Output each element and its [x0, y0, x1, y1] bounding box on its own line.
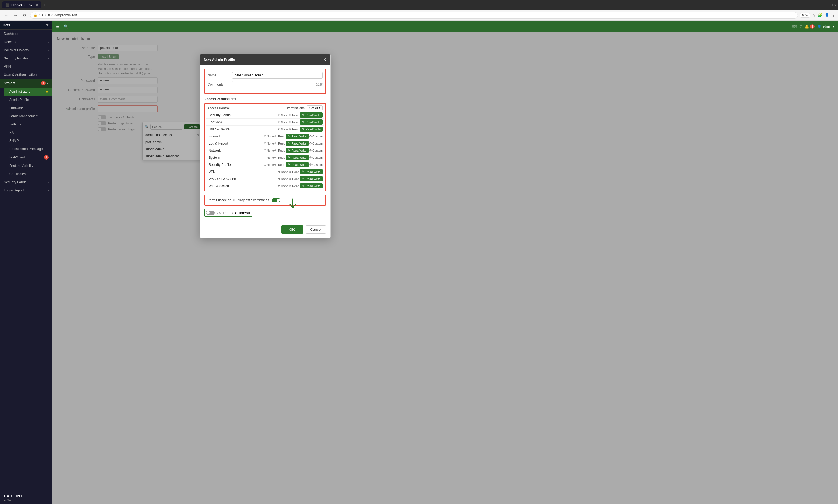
comments-textarea[interactable]: [232, 81, 313, 88]
zoom-badge: 90%: [800, 13, 810, 18]
sidebar-item-log-report[interactable]: Log & Report ›: [0, 186, 52, 195]
btn-rw-wan-opt[interactable]: ✎ Read/Write: [300, 176, 323, 181]
btn-none-fortiview[interactable]: ⊘ None: [278, 120, 288, 124]
extensions-icon[interactable]: 🧩: [818, 13, 822, 17]
btn-rw-wifi-switch[interactable]: ✎ Read/Write: [300, 183, 323, 188]
bookmark-icon[interactable]: ☆: [812, 13, 816, 17]
comments-row: Comments 0/255: [208, 81, 323, 88]
name-row: Name: [208, 72, 323, 78]
btn-read-user-device[interactable]: 👁 Read: [289, 128, 299, 131]
forward-button[interactable]: →: [12, 12, 19, 19]
sidebar-item-fabric-mgmt[interactable]: Fabric Management: [4, 112, 52, 120]
btn-read-log-report[interactable]: 👁 Read: [274, 142, 285, 145]
btn-read-wifi-switch[interactable]: 👁 Read: [289, 184, 299, 187]
menu-icon[interactable]: ⋮: [832, 13, 835, 17]
row-label: WiFi & Switch: [208, 184, 229, 188]
btn-rw-fortiview[interactable]: ✎ Read/Write: [300, 120, 323, 125]
url-bar[interactable]: 🔒 105.0.0.254/ng/admin/edit: [30, 12, 798, 19]
btn-none-network[interactable]: ⊘ None: [264, 149, 274, 152]
sidebar-item-label: HA: [9, 131, 14, 134]
sidebar-item-replacement-messages[interactable]: Replacement Messages: [4, 145, 52, 153]
btn-none-log-report[interactable]: ⊘ None: [264, 142, 274, 145]
sidebar-item-settings[interactable]: Settings: [4, 120, 52, 128]
btn-none-security-fabric[interactable]: ⊘ None: [278, 113, 288, 117]
sidebar-item-label: Fabric Management: [9, 114, 38, 118]
btn-rw-system[interactable]: ✎ Read/Write: [286, 155, 308, 160]
sidebar-item-certificates[interactable]: Certificates: [4, 170, 52, 178]
btn-read-security-profile[interactable]: 👁 Read: [274, 163, 285, 166]
btn-custom-log-report[interactable]: ⚙ Custom: [309, 142, 323, 145]
sidebar-item-snmp[interactable]: SNMP: [4, 137, 52, 145]
btn-read-system[interactable]: 👁 Read: [274, 156, 285, 159]
btn-rw-security-fabric[interactable]: ✎ Read/Write: [300, 112, 323, 118]
btn-custom-firewall[interactable]: ⚙ Custom: [309, 134, 323, 138]
sidebar-item-ha[interactable]: HA: [4, 128, 52, 137]
table-row-user-device: User & Device ⊘ None 👁 Read ✎ Read/Write: [207, 126, 324, 133]
btn-rw-network[interactable]: ✎ Read/Write: [286, 148, 308, 153]
sidebar-item-policy[interactable]: Policy & Objects ›: [0, 46, 52, 54]
btn-rw-security-profile[interactable]: ✎ Read/Write: [286, 162, 308, 167]
back-button[interactable]: ←: [3, 12, 10, 19]
profile-icon[interactable]: 👤: [825, 13, 829, 17]
btn-rw-vpn[interactable]: ✎ Read/Write: [300, 169, 323, 174]
refresh-button[interactable]: ↻: [21, 12, 28, 19]
user-menu[interactable]: 👤 admin ▾: [817, 24, 834, 29]
btn-read-fortiview[interactable]: 👁 Read: [289, 121, 299, 124]
sidebar-expand-icon[interactable]: ▼: [45, 23, 49, 27]
tab-close-icon[interactable]: ✕: [36, 3, 38, 7]
btn-read-security-fabric[interactable]: 👁 Read: [289, 113, 299, 117]
sidebar-item-vpn[interactable]: VPN ›: [0, 62, 52, 71]
sidebar-item-dashboard[interactable]: Dashboard ›: [0, 30, 52, 38]
set-all-button[interactable]: Set All ▾: [307, 105, 323, 110]
tab-add-icon[interactable]: +: [43, 2, 46, 7]
sidebar-item-feature-visibility[interactable]: Feature Visibility: [4, 162, 52, 170]
sidebar-item-label: Security Fabric: [4, 180, 26, 184]
btn-read-vpn[interactable]: 👁 Read: [289, 170, 299, 174]
btn-custom-network[interactable]: ⚙ Custom: [309, 149, 323, 152]
btn-rw-log-report[interactable]: ✎ Read/Write: [286, 141, 308, 146]
btn-custom-system[interactable]: ⚙ Custom: [309, 156, 323, 159]
override-toggle[interactable]: [206, 211, 215, 215]
permissions-table-header: Access Control Permissions Set All ▾: [207, 105, 324, 110]
btn-none-wan-opt[interactable]: ⊘ None: [278, 177, 288, 181]
hamburger-icon[interactable]: ☰: [56, 24, 60, 29]
notification-area[interactable]: 🔔 2: [804, 24, 815, 29]
btn-none-system[interactable]: ⊘ None: [264, 156, 274, 159]
sidebar-item-system[interactable]: System 1 ▾: [0, 79, 52, 88]
btn-none-security-profile[interactable]: ⊘ None: [264, 163, 274, 166]
btn-read-firewall[interactable]: 👁 Read: [274, 135, 285, 138]
cli-toggle[interactable]: [272, 198, 281, 202]
name-input[interactable]: [232, 72, 323, 78]
sidebar-item-security-profiles[interactable]: Security Profiles ›: [0, 54, 52, 62]
browser-tab-fortigate[interactable]: ⬛ FortiGate - FGT ✕: [2, 1, 41, 8]
sidebar-item-admin-profiles[interactable]: Admin Profiles: [4, 96, 52, 104]
sidebar-item-label: Security Profiles: [4, 56, 29, 60]
comments-label: Comments: [208, 83, 229, 87]
cancel-button[interactable]: Cancel: [306, 225, 326, 234]
modal-close-button[interactable]: ✕: [323, 57, 326, 62]
btn-none-vpn[interactable]: ⊘ None: [278, 170, 288, 174]
sidebar-item-administrators[interactable]: Administrators ★: [4, 88, 52, 96]
sidebar-item-security-fabric[interactable]: Security Fabric ›: [0, 178, 52, 186]
user-avatar-icon: 👤: [817, 24, 821, 29]
terminal-icon[interactable]: ⌨: [791, 24, 797, 29]
table-row-firewall: Firewall ⊘ None 👁 Read ✎ Read/Write ⚙ Cu…: [207, 133, 324, 140]
chevron-right-icon: ›: [48, 41, 49, 43]
btn-read-wan-opt[interactable]: 👁 Read: [289, 177, 299, 181]
ok-button[interactable]: OK: [281, 225, 303, 234]
search-icon[interactable]: 🔍: [64, 24, 68, 29]
btn-custom-security-profile[interactable]: ⚙ Custom: [309, 163, 323, 166]
help-icon[interactable]: ?: [800, 24, 802, 29]
row-permissions: ⊘ None 👁 Read ✎ Read/Write: [278, 176, 323, 181]
btn-rw-user-device[interactable]: ✎ Read/Write: [300, 127, 323, 132]
btn-read-network[interactable]: 👁 Read: [274, 149, 285, 152]
sidebar-item-network[interactable]: Network ›: [0, 38, 52, 46]
btn-none-wifi-switch[interactable]: ⊘ None: [278, 184, 288, 187]
btn-none-user-device[interactable]: ⊘ None: [278, 127, 288, 131]
btn-rw-firewall[interactable]: ✎ Read/Write: [286, 133, 308, 139]
sidebar-item-fortiguard[interactable]: FortiGuard 1: [4, 153, 52, 162]
sidebar-item-firmware[interactable]: Firmware: [4, 104, 52, 112]
btn-none-firewall[interactable]: ⊘ None: [264, 134, 274, 138]
sidebar-item-user-auth[interactable]: User & Authentication ›: [0, 71, 52, 79]
tab-label: FortiGate - FGT: [11, 3, 34, 7]
